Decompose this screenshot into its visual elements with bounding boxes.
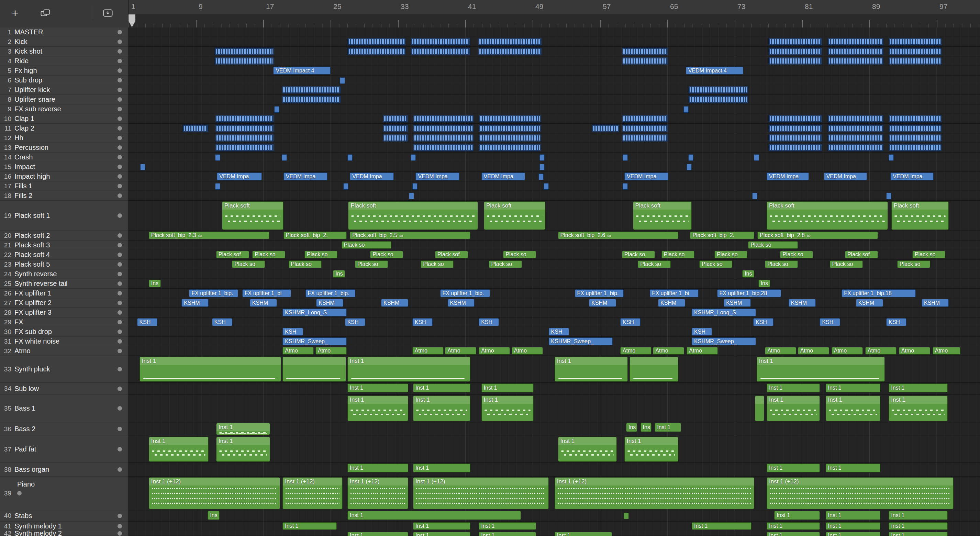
track-mute-dot[interactable] [118,531,122,536]
blue-region[interactable]: KSH [692,328,712,336]
blue-region[interactable]: FX uplifter 1_bip. [575,289,624,297]
blue-region[interactable]: KSHM [316,299,343,307]
track-header-config-button[interactable] [98,6,118,20]
midi-pattern-region[interactable] [889,38,942,46]
green-region[interactable]: Atmo [315,347,347,355]
blue-region[interactable]: FX uplifter 1_bip. [440,289,490,297]
track-row-27[interactable]: 27FX uplifter 2 [0,298,128,308]
blue-region[interactable]: VEDM Impa [415,172,460,180]
track-mute-dot[interactable] [118,301,122,305]
track-row-21[interactable]: 21Plack soft 3 [0,240,128,250]
track-row-9[interactable]: 9FX sub reverse [0,105,128,114]
green-region[interactable]: Inst 1 [889,396,948,421]
track-mute-dot[interactable] [118,262,122,267]
blue-region[interactable]: FX uplifter 1_bip.28 [717,289,781,297]
blue-region[interactable]: KSH [549,328,569,336]
track-mute-dot[interactable] [118,339,122,344]
green-region[interactable]: Inst 1 [826,522,881,530]
green-region[interactable]: Inst 1 [413,383,471,392]
green-region[interactable]: Inst 1 [140,357,281,382]
green-region[interactable]: Ins [626,423,637,432]
green-region[interactable]: Plack so [714,251,748,258]
green-region[interactable]: Plack soft_bip_2.8∞ [757,232,878,239]
green-region[interactable]: Plack so [355,261,388,268]
midi-pattern-region[interactable] [827,115,884,122]
track-mute-dot[interactable] [118,524,122,528]
blue-region[interactable]: VEDM Impa [481,172,525,180]
track-mute-dot[interactable] [118,427,122,431]
track-row-30[interactable]: 30FX sub drop [0,327,128,337]
blue-region[interactable]: KSH [753,318,773,326]
blue-region[interactable]: VEDM Impact 4 [273,67,331,75]
green-region[interactable]: Inst 1 [889,383,948,392]
small-blue-region[interactable] [539,154,545,161]
green-region[interactable]: Plack so [622,251,655,258]
green-region[interactable]: Inst 1 [889,511,948,520]
track-mute-dot[interactable] [118,253,122,257]
track-mute-dot[interactable] [118,233,122,238]
green-region[interactable]: Inst 1 [347,383,408,392]
blue-region[interactable]: KSH [282,328,303,336]
track-row-29[interactable]: 29FX [0,318,128,327]
blue-region[interactable]: KSH [137,318,158,326]
track-row-33[interactable]: 33Synth pluck [0,356,128,383]
green-region[interactable]: Plack so [748,241,798,249]
blue-region[interactable]: KSH [479,318,499,326]
midi-pattern-region[interactable] [215,134,274,142]
blue-region[interactable]: KSH [819,318,840,326]
track-mute-dot[interactable] [118,116,122,121]
blue-region[interactable]: KSH [412,318,433,326]
green-region[interactable]: Plack so [780,251,813,258]
green-region[interactable]: Ins [641,423,652,432]
small-blue-region[interactable] [684,106,689,113]
track-mute-dot[interactable] [118,59,122,63]
green-region[interactable]: Inst 1 [757,357,885,382]
track-row-35[interactable]: 35Bass 1 [0,395,128,422]
track-row-32[interactable]: 32Atmo [0,346,128,356]
blue-region[interactable]: KSHMR_Sweep_ [692,337,756,345]
midi-pattern-region[interactable] [383,115,408,122]
track-row-15[interactable]: 15Impact [0,162,128,172]
small-blue-region[interactable] [215,183,220,190]
midi-pattern-region[interactable] [688,95,748,103]
track-mute-dot[interactable] [118,68,122,73]
track-mute-dot[interactable] [118,107,122,111]
track-mute-dot[interactable] [118,282,122,286]
green-region[interactable]: Atmo [512,347,543,355]
green-region[interactable]: Inst 1 [767,463,820,472]
blue-region[interactable]: VEDM Impa [350,172,394,180]
track-row-36[interactable]: 36Bass 2 [0,422,128,436]
green-region[interactable]: Plack soft_bip_2.5∞ [350,232,471,239]
green-region[interactable]: Inst 1 [149,437,208,462]
arrange-area[interactable]: VEDM Impact 4VEDM Impact 4VEDM ImpaVEDM … [129,27,980,536]
green-region[interactable]: Inst 1 (+12) [347,477,408,509]
green-region[interactable]: Inst 1 [479,522,536,530]
green-region[interactable]: Inst 1 [347,463,408,472]
blue-region[interactable]: KSHM [250,299,277,307]
midi-pattern-region[interactable] [410,38,471,46]
green-region[interactable]: Atmo [832,347,863,355]
green-region[interactable]: Plack soft [633,201,692,230]
green-region[interactable]: Inst 1 [413,532,471,536]
green-region[interactable]: Ins [742,270,754,278]
blue-region[interactable]: KSH [212,318,232,326]
green-region[interactable]: Inst 1 [413,396,471,421]
blue-region[interactable]: KSHM [724,299,751,307]
midi-pattern-region[interactable] [768,57,822,65]
small-blue-region[interactable] [889,154,894,161]
track-mute-dot[interactable] [118,386,122,391]
green-region[interactable]: Inst 1 (+12) [282,477,342,509]
green-region[interactable]: Inst 1 [767,383,820,392]
blue-region[interactable]: FX uplifter 1_bip.18 [842,289,916,297]
midi-pattern-region[interactable] [347,38,406,46]
track-mute-dot[interactable] [118,97,122,102]
track-row-24[interactable]: 24Synth reverse [0,269,128,279]
small-blue-region[interactable] [754,154,759,161]
blue-region[interactable]: FX uplifter 1_bi [650,289,699,297]
small-blue-region[interactable] [282,154,287,161]
blue-region[interactable]: VEDM Impact 4 [686,67,743,75]
small-blue-region[interactable] [412,183,417,190]
small-blue-region[interactable] [140,164,145,170]
midi-pattern-region[interactable] [768,134,822,142]
midi-pattern-region[interactable] [215,144,274,151]
